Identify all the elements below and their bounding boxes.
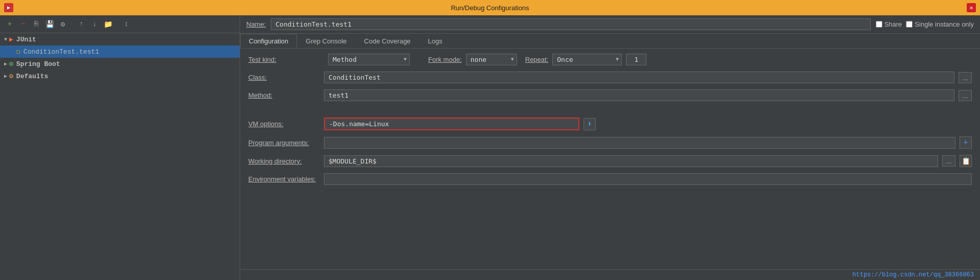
test-icon: ◻ xyxy=(16,48,20,56)
tab-code-coverage[interactable]: Code Coverage xyxy=(356,34,419,48)
method-dots-button[interactable]: ... xyxy=(959,90,972,101)
program-args-action-button[interactable]: + xyxy=(960,136,972,149)
repeat-select[interactable]: Once N Times Until Failure Until Stop xyxy=(552,54,622,65)
vm-options-expand-button[interactable]: ⬇ xyxy=(584,118,596,130)
method-label: Method: xyxy=(248,91,320,99)
name-field-label: Name: xyxy=(246,20,266,28)
vm-options-input[interactable] xyxy=(324,118,579,130)
tab-configuration[interactable]: Configuration xyxy=(240,34,297,48)
working-dir-input[interactable] xyxy=(324,155,938,167)
config-panel: Test kind: Method Class Package Pattern … xyxy=(240,49,980,269)
share-checkbox-label[interactable]: Share xyxy=(876,20,902,28)
name-bar: Name: Share Single instance only xyxy=(240,15,980,34)
title-bar: ▶ Run/Debug Configurations ✕ xyxy=(0,0,980,15)
status-url: https://blog.csdn.net/qq_38366063 xyxy=(852,271,974,278)
method-row: Method: ... xyxy=(248,89,972,101)
program-args-row: Program arguments: + xyxy=(248,136,972,149)
working-dir-dots-button[interactable]: ... xyxy=(942,155,955,167)
test-kind-row: Test kind: Method Class Package Pattern … xyxy=(248,54,972,65)
program-args-input[interactable] xyxy=(324,137,955,149)
defaults-label: Defaults xyxy=(16,73,48,80)
window-title: Run/Debug Configurations xyxy=(451,4,529,12)
junit-icon: ▶ xyxy=(9,35,13,43)
tree-item-spring-boot[interactable]: ▶ ⚙ Spring Boot xyxy=(0,58,240,70)
spring-icon: ⚙ xyxy=(9,60,13,68)
test-kind-select-wrapper: Method Class Package Pattern ▼ xyxy=(328,54,410,65)
env-vars-label: Environment variables: xyxy=(248,175,320,183)
fork-mode-section: Fork mode: none method class ▼ xyxy=(428,54,517,65)
fork-mode-label: Fork mode: xyxy=(428,56,462,63)
settings-button[interactable]: ⚙ xyxy=(57,18,68,30)
test-kind-select[interactable]: Method Class Package Pattern xyxy=(328,54,410,65)
expand-arrow-junit: ▼ xyxy=(4,37,7,42)
close-button[interactable]: ✕ xyxy=(967,3,976,12)
class-dots-button[interactable]: ... xyxy=(959,72,972,83)
fork-mode-select-wrapper: none method class ▼ xyxy=(466,54,517,65)
move-up-button[interactable]: ↑ xyxy=(76,18,87,30)
spring-boot-label: Spring Boot xyxy=(16,60,60,68)
test-kind-label: Test kind: xyxy=(248,56,320,63)
vm-options-label: VM options: xyxy=(248,120,320,128)
add-button[interactable]: + xyxy=(4,18,15,30)
condition-test-label: ConditionTest.test1 xyxy=(24,48,99,56)
class-label: Class: xyxy=(248,74,320,81)
tab-grep-console[interactable]: Grep Console xyxy=(297,34,355,48)
repeat-count-input[interactable] xyxy=(626,54,646,65)
tree-item-junit[interactable]: ▼ ▶ JUnit xyxy=(0,33,240,45)
right-panel: Name: Share Single instance only Configu… xyxy=(240,15,980,280)
main-container: + − ⎘ 💾 ⚙ ↑ ↓ 📁 ↕ ▼ ▶ JUnit ◻ ConditionT… xyxy=(0,15,980,280)
single-instance-checkbox[interactable] xyxy=(906,21,913,28)
env-vars-row: Environment variables: xyxy=(248,173,972,185)
tree-item-condition-test[interactable]: ◻ ConditionTest.test1 xyxy=(0,45,240,58)
repeat-select-wrapper: Once N Times Until Failure Until Stop ▼ xyxy=(552,54,622,65)
expand-arrow-spring: ▶ xyxy=(4,61,7,67)
folder-button[interactable]: 📁 xyxy=(102,18,113,30)
class-input[interactable] xyxy=(324,72,954,83)
toolbar: + − ⎘ 💾 ⚙ ↑ ↓ 📁 ↕ xyxy=(0,15,240,33)
sidebar: + − ⎘ 💾 ⚙ ↑ ↓ 📁 ↕ ▼ ▶ JUnit ◻ ConditionT… xyxy=(0,15,240,280)
working-dir-row: Working directory: ... 📋 xyxy=(248,155,972,167)
junit-label: JUnit xyxy=(16,36,36,43)
move-down-button[interactable]: ↓ xyxy=(89,18,100,30)
save-button[interactable]: 💾 xyxy=(44,18,55,30)
class-row: Class: ... xyxy=(248,72,972,83)
share-label: Share xyxy=(884,20,902,28)
working-dir-action-button[interactable]: 📋 xyxy=(960,155,972,167)
working-dir-label: Working directory: xyxy=(248,157,320,165)
vm-options-row: VM options: ⬇ xyxy=(248,118,972,130)
defaults-icon: ⚙ xyxy=(9,72,13,80)
share-area: Share Single instance only xyxy=(876,20,974,28)
expand-arrow-defaults: ▶ xyxy=(4,73,7,79)
tab-bar: Configuration Grep Console Code Coverage… xyxy=(240,34,980,49)
single-instance-checkbox-label[interactable]: Single instance only xyxy=(906,20,974,28)
config-tree: ▼ ▶ JUnit ◻ ConditionTest.test1 ▶ ⚙ Spri… xyxy=(0,33,240,280)
method-input[interactable] xyxy=(324,89,954,101)
repeat-label: Repeat: xyxy=(525,56,549,63)
tab-logs[interactable]: Logs xyxy=(419,34,451,48)
copy-button[interactable]: ⎘ xyxy=(31,18,42,30)
env-vars-input[interactable] xyxy=(324,173,972,185)
sort-button[interactable]: ↕ xyxy=(121,18,132,30)
status-bar: https://blog.csdn.net/qq_38366063 xyxy=(240,269,980,280)
program-args-label: Program arguments: xyxy=(248,139,320,147)
tree-item-defaults[interactable]: ▶ ⚙ Defaults xyxy=(0,70,240,82)
repeat-section: Repeat: Once N Times Until Failure Until… xyxy=(525,54,647,65)
app-icon: ▶ xyxy=(4,3,13,12)
remove-button[interactable]: − xyxy=(17,18,29,30)
share-checkbox[interactable] xyxy=(876,21,882,28)
fork-mode-select[interactable]: none method class xyxy=(466,54,517,65)
single-instance-label: Single instance only xyxy=(915,20,974,28)
name-input[interactable] xyxy=(271,18,870,30)
